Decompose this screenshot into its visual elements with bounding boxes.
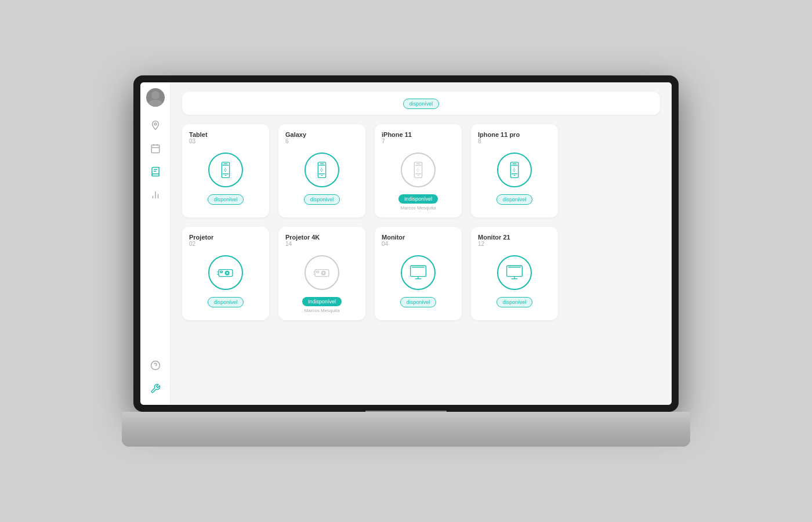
item-card[interactable]: Monitor 21 12 disponível	[471, 227, 558, 320]
item-icon-circle	[401, 153, 436, 187]
svg-point-1	[148, 100, 162, 107]
item-number: 8	[478, 138, 551, 144]
item-card[interactable]: Projetor 02 disponível	[182, 227, 269, 320]
item-title: Galaxy	[285, 131, 358, 138]
item-title: Iphone 11 pro	[478, 131, 551, 138]
item-card-header: Monitor 21 12	[478, 234, 551, 247]
item-card[interactable]: Projetor 4K 14 Indisponível Marcos Mesqu…	[278, 227, 365, 320]
svg-point-54	[322, 272, 325, 274]
main-content[interactable]: disponível Tablet 03 disponível Galaxy 6	[171, 82, 672, 405]
item-number: 03	[189, 138, 262, 144]
item-icon-circle	[497, 255, 532, 290]
item-title: Projetor 4K	[285, 234, 358, 241]
status-badge: Indisponível	[398, 194, 438, 204]
user-avatar[interactable]	[146, 88, 165, 107]
item-icon-circle	[304, 255, 339, 290]
svg-rect-57	[317, 271, 319, 273]
status-badge: disponível	[304, 194, 340, 205]
item-number: 14	[285, 241, 358, 247]
item-icon-circle	[208, 153, 243, 187]
item-card[interactable]: Tablet 03 disponível	[182, 124, 269, 217]
sidebar-item-chart[interactable]	[145, 184, 166, 205]
item-card[interactable]: Galaxy 6 disponível	[278, 124, 365, 217]
sidebar-item-location[interactable]	[145, 115, 166, 136]
item-title: Monitor	[382, 234, 455, 241]
screen-bezel: disponível Tablet 03 disponível Galaxy 6	[133, 75, 679, 412]
unavailable-by: Marcos Mesquita	[401, 205, 436, 211]
item-card-header: iPhone 11 7	[382, 131, 455, 144]
sidebar-item-books[interactable]	[145, 161, 166, 182]
laptop-wrapper: disponível Tablet 03 disponível Galaxy 6	[122, 75, 690, 447]
status-badge: disponível	[208, 297, 244, 307]
status-badge: disponível	[496, 297, 533, 307]
item-number: 02	[189, 241, 262, 247]
sidebar-item-tools[interactable]	[145, 378, 166, 399]
unavailable-by: Marcos Mesquita	[304, 308, 340, 313]
item-card[interactable]: Monitor 04 disponível	[375, 227, 462, 320]
svg-point-48	[226, 272, 229, 274]
item-number: 12	[478, 241, 551, 247]
item-card-header: Projetor 4K 14	[285, 234, 358, 247]
svg-rect-51	[220, 271, 223, 273]
item-icon-circle	[401, 255, 436, 290]
item-card-header: Projetor 02	[189, 234, 262, 247]
item-card-header: Galaxy 6	[285, 131, 358, 144]
partial-card[interactable]: disponível	[182, 92, 660, 115]
svg-point-0	[151, 91, 160, 99]
item-title: Monitor 21	[478, 234, 551, 241]
status-badge: disponível	[400, 297, 437, 307]
status-badge: disponível	[208, 194, 244, 205]
sidebar-item-calendar[interactable]	[145, 138, 166, 159]
status-badge: Indisponível	[302, 297, 342, 306]
svg-point-2	[154, 123, 157, 125]
item-title: Tablet	[189, 131, 262, 138]
partial-status-badge: disponível	[403, 99, 440, 109]
items-grid: Tablet 03 disponível Galaxy 6 d	[182, 124, 660, 320]
item-card-header: Monitor 04	[382, 234, 455, 247]
item-icon-circle	[497, 153, 532, 187]
item-number: 7	[382, 138, 455, 144]
status-badge: disponível	[496, 194, 533, 205]
item-card-header: Tablet 03	[189, 131, 262, 144]
item-card-header: Iphone 11 pro 8	[478, 131, 551, 144]
item-title: Projetor	[189, 234, 262, 241]
svg-rect-3	[151, 145, 160, 153]
screen: disponível Tablet 03 disponível Galaxy 6	[140, 82, 672, 405]
item-number: 6	[285, 138, 358, 144]
sidebar-bottom	[145, 355, 166, 399]
item-card[interactable]: iPhone 11 7 Indisponível Marcos Mesquita	[375, 124, 462, 217]
item-number: 04	[382, 241, 455, 247]
sidebar	[140, 82, 171, 405]
item-card[interactable]: Iphone 11 pro 8 disponível	[471, 124, 558, 217]
laptop-base	[122, 412, 690, 447]
item-icon-circle	[304, 153, 339, 187]
sidebar-item-help[interactable]	[145, 355, 166, 376]
item-icon-circle	[208, 255, 243, 290]
item-title: iPhone 11	[382, 131, 455, 138]
